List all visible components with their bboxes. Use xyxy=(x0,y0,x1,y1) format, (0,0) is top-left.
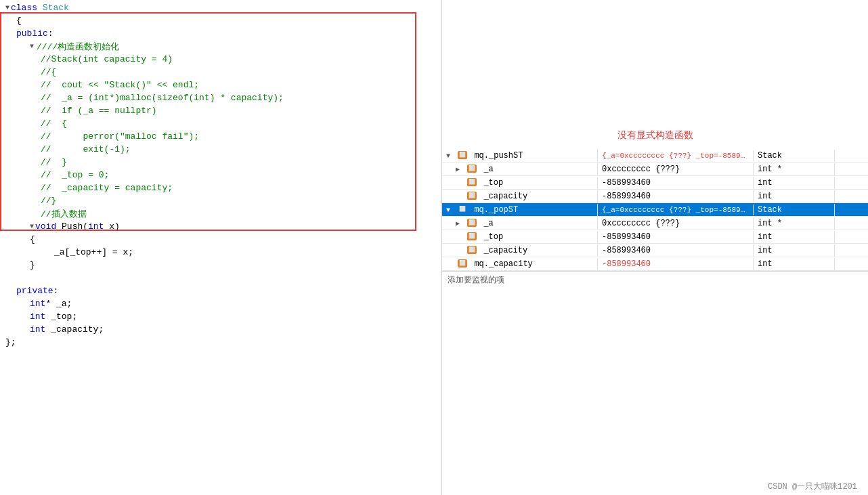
var-name: _capacity xyxy=(483,192,527,201)
add-watch-row[interactable]: 添加要监视的项 xyxy=(442,271,868,288)
debug-row-cap1[interactable]: ⬜ _capacity -858993460 int xyxy=(442,190,868,203)
code-line: // _a = (int*)malloc(sizeof(int) * capac… xyxy=(0,91,441,104)
code-line: // perror("malloc fail"); xyxy=(0,130,441,143)
debug-row-mq-popst[interactable]: ▼ ⬜ mq._popST {_a=0xcccccccc {???} _top=… xyxy=(442,203,868,217)
class-name: Stack xyxy=(43,3,69,13)
code-line: // _top = 0; xyxy=(0,169,441,181)
var-icon: ⬜ xyxy=(467,219,477,227)
var-icon: ⬜ xyxy=(467,192,477,200)
debug-row-cap2[interactable]: ⬜ _capacity -858993460 int xyxy=(442,244,868,257)
var-name: _top xyxy=(483,232,503,242)
code-line: // exit(-1); xyxy=(0,143,441,156)
code-line: { xyxy=(0,233,441,246)
var-icon: ⬜ xyxy=(458,151,467,159)
code-line: // _capacity = capacity; xyxy=(0,181,441,194)
code-line: }; xyxy=(0,336,441,349)
debug-row-a2[interactable]: ▶ ⬜ _a 0xcccccccc {???} int * xyxy=(442,217,868,230)
code-line: ▼ ////构造函数初始化 xyxy=(0,40,441,53)
code-line: //Stack(int capacity = 4) xyxy=(0,53,441,66)
var-icon: ⬜ xyxy=(467,165,477,173)
debug-row-top2[interactable]: ⬜ _top -858993460 int xyxy=(442,230,868,244)
var-name: _top xyxy=(483,178,503,188)
var-icon: ⬜ xyxy=(458,205,467,213)
expand-icon[interactable]: ▶ xyxy=(456,165,462,173)
debug-row-mq-pushst[interactable]: ▼ ⬜ mq._pushST {_a=0xcccccccc {???} _top… xyxy=(442,149,868,163)
var-icon: ⬜ xyxy=(467,178,477,186)
debug-watch-table[interactable]: ▼ ⬜ mq._pushST {_a=0xcccccccc {???} _top… xyxy=(442,149,868,495)
debug-row-mq-cap[interactable]: ⬜ mq._capacity -858993460 int xyxy=(442,257,868,271)
code-editor[interactable]: ▼ class Stack { public : ▼ ////构造函数初始化 xyxy=(0,0,441,495)
code-line: //} xyxy=(0,194,441,207)
code-content: ▼ class Stack { public : ▼ ////构造函数初始化 xyxy=(0,0,441,350)
code-line: // cout << "Stack()" << endl; xyxy=(0,79,441,91)
expand-icon[interactable]: ▼ xyxy=(446,207,453,214)
var-name: _capacity xyxy=(483,246,527,255)
code-line: public : xyxy=(0,27,441,40)
code-line: _a[_top++] = x; xyxy=(0,246,441,259)
expand-icon[interactable]: ▼ xyxy=(446,152,453,160)
code-line: //插入数据 xyxy=(0,207,441,220)
add-watch-label: 添加要监视的项 xyxy=(448,276,504,285)
var-name: mq._capacity xyxy=(474,259,532,269)
var-icon: ⬜ xyxy=(467,232,477,240)
main-container: ▼ class Stack { public : ▼ ////构造函数初始化 xyxy=(0,0,868,495)
var-name: _a xyxy=(483,165,493,174)
var-name: mq._popST xyxy=(474,205,518,215)
expand-icon[interactable]: ▶ xyxy=(456,219,462,228)
code-line: ▼ void Push( int x) xyxy=(0,220,441,233)
code-line: // { xyxy=(0,117,441,130)
keyword: class xyxy=(11,3,37,13)
code-line: int _top; xyxy=(0,310,441,323)
code-line: // } xyxy=(0,156,441,169)
debug-row-top1[interactable]: ⬜ _top -858993460 int xyxy=(442,176,868,190)
code-line: private : xyxy=(0,284,441,297)
no-constructor-label: 没有显式构造函数 xyxy=(442,122,868,149)
code-line: //{ xyxy=(0,66,441,79)
var-name: mq._pushST xyxy=(474,151,523,160)
code-line: } xyxy=(0,259,441,272)
var-icon: ⬜ xyxy=(467,246,477,254)
collapse-icon[interactable]: ▼ xyxy=(5,4,9,12)
code-line: int _capacity; xyxy=(0,323,441,336)
code-line: // if (_a == nullptr) xyxy=(0,104,441,117)
code-line: { xyxy=(0,14,441,27)
code-line: int * _a; xyxy=(0,297,441,310)
var-name: _a xyxy=(483,219,493,228)
debug-panel: 没有显式构造函数 ▼ ⬜ mq._pushST {_a=0xcccccccc {… xyxy=(441,0,868,495)
code-line xyxy=(0,272,441,284)
var-icon: ⬜ xyxy=(458,259,467,267)
debug-row-a1[interactable]: ▶ ⬜ _a 0xcccccccc {???} int * xyxy=(442,163,868,176)
watermark: CSDN @一只大喵咪1201 xyxy=(768,481,857,492)
code-line: ▼ class Stack xyxy=(0,1,441,14)
